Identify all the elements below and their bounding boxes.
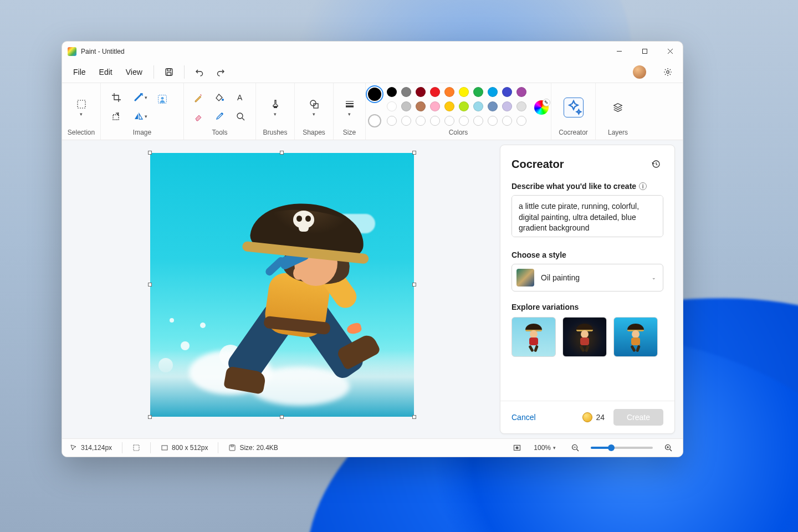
layers-button[interactable] [605, 99, 631, 116]
titlebar: Paint - Untitled [62, 42, 683, 61]
color-swatch[interactable] [488, 101, 498, 111]
paint-app-icon [68, 47, 76, 56]
color-swatch[interactable] [516, 87, 526, 97]
info-icon[interactable]: i [639, 182, 647, 190]
color-swatch-empty[interactable] [459, 116, 469, 126]
brushes-tool[interactable]: ▾ [262, 95, 289, 120]
fill-tool[interactable] [211, 90, 228, 105]
chevron-down-icon: ▾ [274, 111, 277, 117]
close-button[interactable] [657, 42, 683, 61]
save-button[interactable] [160, 63, 178, 81]
resize-handle[interactable] [280, 415, 284, 419]
color-swatch-empty[interactable] [473, 116, 483, 126]
style-select[interactable]: Oil painting ⌄ [511, 264, 663, 291]
color-swatch[interactable] [401, 87, 411, 97]
cocreator-button[interactable] [564, 98, 584, 117]
color-swatch[interactable] [401, 101, 411, 111]
resize-handle[interactable] [148, 151, 152, 155]
color-swatch[interactable] [502, 87, 512, 97]
color-swatch[interactable] [430, 87, 440, 97]
color-swatch[interactable] [444, 101, 454, 111]
color-swatch[interactable] [488, 87, 498, 97]
crop-tool[interactable] [108, 90, 125, 105]
prompt-input[interactable] [511, 195, 663, 237]
magnifier-tool[interactable] [232, 109, 249, 124]
group-colors: Colors [366, 83, 551, 140]
settings-button[interactable] [658, 63, 677, 81]
resize-handle[interactable] [280, 151, 284, 155]
color-swatch[interactable] [459, 101, 469, 111]
color-secondary[interactable] [368, 114, 381, 127]
color-swatch[interactable] [387, 87, 397, 97]
resize-handle[interactable] [148, 415, 152, 419]
menu-view[interactable]: View [120, 64, 148, 80]
pencil-tool[interactable] [190, 90, 207, 105]
create-button[interactable]: Create [613, 409, 663, 426]
resize-handle[interactable] [412, 151, 416, 155]
rotate-tool[interactable] [108, 109, 125, 124]
variation-thumb[interactable] [511, 317, 556, 357]
color-swatch[interactable] [473, 101, 483, 111]
group-selection: ▾ Selection [62, 83, 101, 140]
cancel-link[interactable]: Cancel [511, 413, 536, 422]
remove-background-tool[interactable] [157, 94, 177, 121]
paint-window: Paint - Untitled File Edit View [62, 41, 683, 457]
color-swatch-empty[interactable] [488, 116, 498, 126]
color-swatch-empty[interactable] [416, 116, 426, 126]
resize-handle[interactable] [148, 283, 152, 287]
zoom-slider[interactable] [591, 447, 653, 449]
color-swatch[interactable] [387, 101, 397, 111]
color-swatch-empty[interactable] [387, 116, 397, 126]
variation-thumb[interactable] [613, 317, 658, 357]
color-swatch-empty[interactable] [516, 116, 526, 126]
color-swatch[interactable] [459, 87, 469, 97]
color-swatch-empty[interactable] [444, 116, 454, 126]
group-label-layers: Layers [608, 129, 628, 137]
maximize-button[interactable] [632, 42, 657, 61]
zoom-level[interactable]: 100%▾ [530, 442, 560, 453]
canvas-area[interactable] [62, 140, 500, 438]
color-swatch-empty[interactable] [401, 116, 411, 126]
menu-edit[interactable]: Edit [94, 64, 118, 80]
selection-tool[interactable]: ▾ [68, 95, 95, 120]
color-swatch-empty[interactable] [502, 116, 512, 126]
canvas-selection[interactable] [150, 153, 414, 417]
svg-rect-5 [167, 69, 171, 71]
account-avatar[interactable] [633, 65, 646, 79]
color-swatch[interactable] [502, 101, 512, 111]
undo-button[interactable] [190, 63, 209, 81]
resize-tool[interactable]: ▾ [132, 90, 150, 105]
zoom-out-button[interactable] [569, 441, 582, 454]
edit-colors-button[interactable] [534, 100, 549, 115]
resize-handle[interactable] [412, 415, 416, 419]
size-tool[interactable]: ▾ [336, 95, 363, 120]
eraser-tool[interactable] [190, 109, 207, 124]
color-swatch[interactable] [416, 101, 426, 111]
redo-button[interactable] [211, 63, 230, 81]
color-swatch-empty[interactable] [430, 116, 440, 126]
color-swatch[interactable] [444, 87, 454, 97]
color-picker-tool[interactable] [211, 109, 228, 124]
chevron-down-icon: ⌄ [652, 275, 656, 280]
color-palette [387, 87, 529, 128]
variation-thumb[interactable] [562, 317, 607, 357]
color-swatch[interactable] [416, 87, 426, 97]
color-swatch[interactable] [473, 87, 483, 97]
color-swatch[interactable] [430, 101, 440, 111]
group-label-size: Size [343, 129, 356, 137]
svg-rect-24 [134, 445, 139, 451]
canvas[interactable] [150, 153, 414, 417]
fit-to-window[interactable] [513, 444, 521, 452]
menu-file[interactable]: File [68, 64, 91, 80]
text-tool[interactable]: A [232, 90, 249, 105]
svg-rect-9 [113, 115, 119, 120]
color-swatch[interactable] [516, 101, 526, 111]
resize-handle[interactable] [412, 283, 416, 287]
flip-tool[interactable]: ▾ [132, 109, 150, 124]
color-primary[interactable] [368, 88, 381, 101]
svg-point-15 [237, 113, 243, 119]
minimize-button[interactable] [606, 42, 632, 61]
history-button[interactable] [648, 156, 663, 172]
shapes-tool[interactable]: ▾ [301, 95, 328, 120]
zoom-in-button[interactable] [662, 441, 675, 454]
